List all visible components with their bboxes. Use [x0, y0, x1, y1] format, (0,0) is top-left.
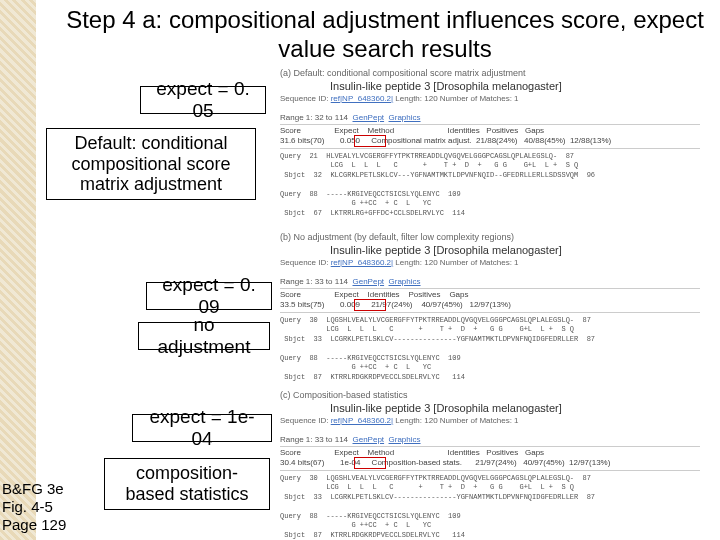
panel-b-seq-sub: Sequence ID: ref|NP_648360.2| Length: 12… [280, 258, 519, 267]
refseq-link[interactable]: ref|NP_648360.2| [331, 258, 393, 267]
desc-box-c: composition- based statistics [104, 458, 270, 510]
divider [280, 148, 700, 149]
desc-box-b: no adjustment [138, 322, 270, 350]
panel-b-values: 33.5 bits(75) 0.009 21/97(24%) 40/97(45%… [280, 300, 511, 309]
desc-a-line1: Default: conditional [74, 133, 227, 154]
genpept-link[interactable]: GenPept [353, 435, 385, 444]
panel-a-seq-sub: Sequence ID: ref|NP_648360.2| Length: 12… [280, 94, 519, 103]
graphics-link[interactable]: Graphics [389, 435, 421, 444]
panel-b-range: Range 1: 33 to 114 GenPept Graphics [280, 277, 421, 286]
panel-c-headers: Score Expect Method Identities Positives… [280, 448, 544, 457]
panel-c-range: Range 1: 33 to 114 GenPept Graphics [280, 435, 421, 444]
genpept-link[interactable]: GenPept [353, 277, 385, 286]
divider [280, 288, 700, 289]
desc-c-line1: composition- [136, 463, 238, 484]
panel-a-alignment: Query 21 HLVEALYLVCGERGFFYTPKTRREADDLQVG… [280, 152, 595, 218]
genpept-link[interactable]: GenPept [353, 113, 385, 122]
panel-c-alignment: Query 30 LQGSHLVEALYLVCGERGFFYTPKTRREADD… [280, 474, 595, 540]
divider [280, 312, 700, 313]
desc-c-line2: based statistics [125, 484, 248, 505]
citation-l1: B&FG 3e [2, 480, 64, 497]
graphics-link[interactable]: Graphics [389, 113, 421, 122]
expect-highlight-a [354, 135, 386, 147]
panel-a-range: Range 1: 32 to 114 GenPept Graphics [280, 113, 421, 122]
panel-a-caption: (a) Default: conditional compositional s… [280, 68, 526, 78]
panel-a-values: 31.6 bits(70) 0.050 Compositional matrix… [280, 136, 611, 145]
decorative-stripe [0, 0, 36, 540]
panel-b-caption: (b) No adjustment (by default, filter lo… [280, 232, 514, 242]
panel-b-seq-title: Insulin-like peptide 3 [Drosophila melan… [330, 244, 562, 256]
panel-c-seq-title: Insulin-like peptide 3 [Drosophila melan… [330, 402, 562, 414]
refseq-link[interactable]: ref|NP_648360.2| [331, 94, 393, 103]
expect-box-a: expect = 0. 05 [140, 86, 266, 114]
graphics-link[interactable]: Graphics [389, 277, 421, 286]
refseq-link[interactable]: ref|NP_648360.2| [331, 416, 393, 425]
expect-highlight-b [354, 299, 386, 311]
desc-a-line2: compositional score [71, 154, 230, 175]
panel-b-alignment: Query 30 LQGSHLVEALYLVCGERGFFYTPKTRREADD… [280, 316, 595, 382]
panel-b-headers: Score Expect Identities Positives Gaps [280, 290, 469, 299]
panel-c-values: 30.4 bits(67) 1e-04 Composition-based st… [280, 458, 610, 467]
citation-l3: Page 129 [2, 516, 66, 533]
divider [280, 124, 700, 125]
desc-box-a: Default: conditional compositional score… [46, 128, 256, 200]
expect-box-c: expect = 1e-04 [132, 414, 272, 442]
desc-a-line3: matrix adjustment [80, 174, 222, 195]
citation-l2: Fig. 4-5 [2, 498, 53, 515]
panel-c-caption: (c) Composition-based statistics [280, 390, 408, 400]
panel-c-seq-sub: Sequence ID: ref|NP_648360.2| Length: 12… [280, 416, 519, 425]
panel-a-seq-title: Insulin-like peptide 3 [Drosophila melan… [330, 80, 562, 92]
expect-box-b: expect = 0. 09 [146, 282, 272, 310]
panel-a-headers: Score Expect Method Identities Positives… [280, 126, 544, 135]
slide-title: Step 4 a: compositional adjustment influ… [60, 6, 710, 64]
expect-highlight-c [354, 457, 386, 469]
citation: B&FG 3e Fig. 4-5 Page 129 [2, 480, 66, 534]
divider [280, 470, 700, 471]
divider [280, 446, 700, 447]
